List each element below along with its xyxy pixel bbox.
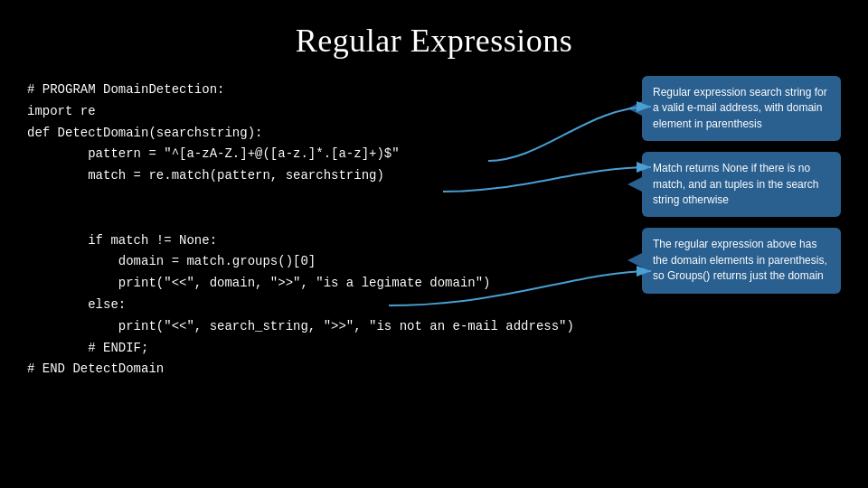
code-line-11: else:: [27, 297, 126, 312]
tooltip-2-text: Match returns None if there is no match,…: [653, 162, 818, 206]
tooltip-1: Regular expression search string for a v…: [642, 76, 841, 141]
code-line-14: # END DetectDomain: [27, 361, 164, 376]
tooltip-3-text: The regular expression above has the dom…: [653, 238, 827, 282]
code-line-5: match = re.match(pattern, searchstring): [27, 168, 384, 183]
tooltips-area: Regular expression search string for a v…: [642, 76, 841, 380]
tooltip-2-arrow: [627, 177, 642, 192]
code-line-6: [27, 190, 34, 204]
code-line-12: print("<<", search_string, ">>", "is not…: [27, 319, 574, 333]
tooltip-3: The regular expression above has the dom…: [642, 228, 841, 293]
code-line-4: pattern = "^[a-zA-Z.]+@([a-z.]*.[a-z]+)$…: [27, 146, 400, 161]
content-area: # PROGRAM DomainDetection: import re def…: [0, 76, 868, 380]
tooltip-2: Match returns None if there is no match,…: [642, 152, 841, 217]
code-line-13: # ENDIF;: [27, 341, 148, 355]
page-title: Regular Expressions: [0, 0, 868, 76]
code-line-9: domain = match.groups()[0]: [27, 254, 316, 268]
code-line-1: # PROGRAM DomainDetection:: [27, 82, 224, 97]
tooltip-1-text: Regular expression search string for a v…: [653, 86, 827, 130]
code-line-7: [27, 211, 34, 226]
code-block: # PROGRAM DomainDetection: import re def…: [27, 76, 633, 380]
tooltip-3-arrow: [627, 253, 642, 267]
code-line-10: print("<<", domain, ">>", "is a legimate…: [27, 276, 490, 290]
code-line-2: import re: [27, 104, 96, 118]
code-line-8: if match != None:: [27, 233, 217, 248]
code-line-3: def DetectDomain(searchstring):: [27, 126, 262, 140]
tooltip-1-arrow: [627, 101, 642, 116]
